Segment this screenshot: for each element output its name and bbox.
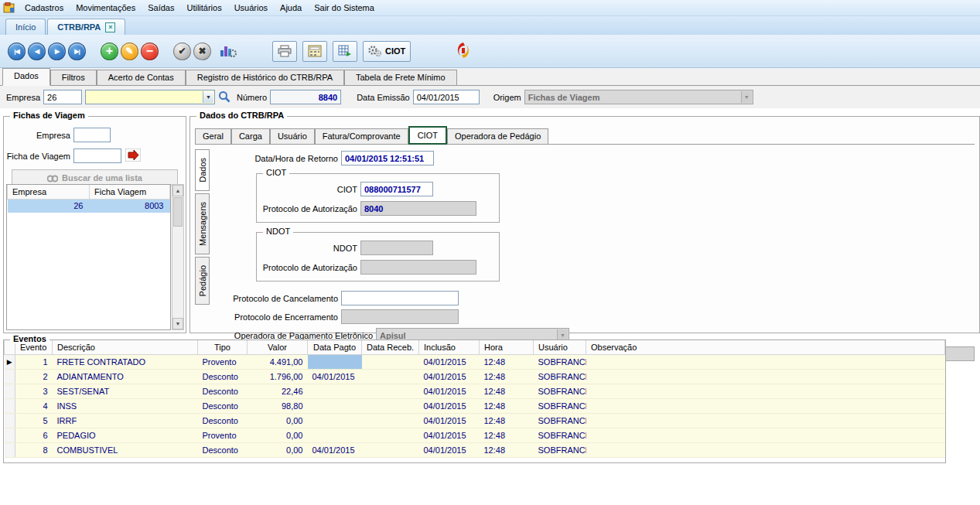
side-tab-pedagio[interactable]: Pedágio (195, 257, 210, 305)
previous-record-button[interactable]: ◀ (28, 43, 46, 60)
cell[interactable] (362, 398, 419, 413)
confirm-button[interactable]: ✔ (173, 43, 191, 60)
cancel-button[interactable]: ✖ (193, 43, 211, 60)
cell[interactable] (586, 384, 945, 398)
tab-usuario[interactable]: Usuário (270, 128, 315, 144)
cell[interactable]: 2 (15, 369, 53, 384)
cell[interactable]: 12:48 (480, 442, 534, 457)
cell[interactable]: Desconto (198, 442, 248, 457)
search-icon[interactable] (218, 90, 230, 104)
cell[interactable]: INSS (53, 398, 198, 413)
tab-acerto-de-contas[interactable]: Acerto de Contas (97, 70, 186, 85)
cell[interactable]: Desconto (198, 384, 248, 398)
print-button[interactable] (272, 41, 297, 62)
cell[interactable]: 04/01/2015 (308, 369, 362, 384)
table-row[interactable]: 4INSSDesconto98,8004/01/201512:48SOBFRAN… (5, 398, 945, 413)
cell[interactable]: Desconto (198, 398, 248, 413)
data-emissao-input[interactable]: 04/01/2015 (413, 90, 480, 104)
numero-input[interactable]: 8840 (270, 90, 341, 104)
column-header-usuario[interactable]: Usuário (534, 340, 586, 354)
cell[interactable] (362, 413, 419, 428)
cell[interactable]: Desconto (198, 369, 248, 384)
cell[interactable]: 8 (15, 442, 53, 457)
cell[interactable] (308, 384, 362, 398)
cell[interactable]: SEST/SENAT (53, 384, 198, 398)
cell[interactable]: 04/01/2015 (419, 369, 480, 384)
table-row[interactable]: 268003 (8, 199, 170, 213)
ciot-protocolo-field[interactable]: 8040 (360, 201, 476, 216)
menu-saidas[interactable]: Saídas (142, 1, 180, 15)
table-row[interactable]: 6PEDAGIOProvento0,0004/01/201512:48SOBFR… (5, 428, 945, 442)
buscar-de-uma-lista-button[interactable]: Buscar de uma lista (12, 169, 178, 186)
cell[interactable]: 22,46 (248, 384, 308, 398)
tab-geral[interactable]: Geral (195, 128, 231, 144)
encerramento-field[interactable] (341, 309, 459, 324)
menu-sair[interactable]: Sair do Sistema (308, 1, 381, 15)
side-tab-mensagens[interactable]: Mensagens (195, 193, 210, 254)
empresa-input[interactable]: 26 (43, 90, 82, 104)
chart-report-icon[interactable] (220, 43, 237, 60)
go-arrow-icon[interactable] (125, 148, 141, 163)
cell[interactable] (362, 354, 419, 369)
cell[interactable]: SOBFRANCIS (534, 354, 586, 369)
column-header-observacao[interactable]: Observação (586, 340, 945, 354)
tab-fatura-comprovante[interactable]: Fatura/Comprovante (315, 128, 408, 144)
cell[interactable]: 8003 (90, 199, 170, 213)
cell[interactable]: 04/01/2015 (419, 354, 480, 369)
cell[interactable]: 12:48 (480, 354, 534, 369)
cell[interactable]: 12:48 (480, 413, 534, 428)
cell[interactable]: COMBUSTIVEL (53, 442, 198, 457)
cell[interactable] (362, 384, 419, 398)
cell[interactable]: 04/01/2015 (419, 384, 480, 398)
cell[interactable]: 0,00 (248, 442, 308, 457)
tab-operadora-pedagio[interactable]: Operadora de Pedágio (447, 128, 548, 144)
table-row[interactable]: 2ADIANTAMENTODesconto1.796,0004/01/20150… (5, 369, 945, 384)
cell[interactable]: 6 (15, 428, 53, 442)
cell[interactable]: 12:48 (480, 384, 534, 398)
column-header-empresa[interactable]: Empresa (8, 185, 90, 199)
cell[interactable]: Desconto (198, 413, 248, 428)
tab-ctrb-rpa[interactable]: CTRB/RPA × (47, 19, 125, 35)
cell[interactable] (308, 413, 362, 428)
menu-utilitarios[interactable]: Utilitários (180, 1, 227, 15)
cell[interactable]: 0,00 (248, 413, 308, 428)
cell[interactable] (308, 398, 362, 413)
menu-movimentacoes[interactable]: Movimentações (70, 1, 142, 15)
cell[interactable]: 1 (15, 354, 53, 369)
column-header-data-pagto[interactable]: Data Pagto (308, 340, 362, 354)
table-row[interactable]: 3SEST/SENATDesconto22,4604/01/201512:48S… (5, 384, 945, 398)
scrollbar-thumb[interactable] (173, 197, 183, 227)
column-header-inclusao[interactable]: Inclusão (419, 340, 480, 354)
tab-inicio[interactable]: Início (5, 19, 46, 35)
chevron-down-icon[interactable]: ▼ (203, 91, 213, 103)
delete-record-button[interactable]: − (141, 43, 159, 60)
menu-ajuda[interactable]: Ajuda (274, 1, 308, 15)
calculator-button[interactable] (302, 41, 327, 62)
cell[interactable] (308, 428, 362, 442)
origem-combo[interactable]: Fichas de Viagem ▼ (524, 90, 753, 104)
fichas-empresa-input[interactable] (73, 128, 111, 142)
column-header-tipo[interactable]: Tipo (198, 340, 248, 354)
menu-cadastros[interactable]: Cadastros (19, 1, 70, 15)
cell[interactable]: 04/01/2015 (419, 428, 480, 442)
cell[interactable]: SOBFRANCIS (534, 369, 586, 384)
tab-registro-historico[interactable]: Registro de Histórico do CTRB/RPA (186, 70, 344, 85)
cell[interactable]: 26 (8, 199, 90, 213)
ciot-field[interactable]: 088000711577 (360, 182, 433, 196)
menu-usuarios[interactable]: Usuários (228, 1, 274, 15)
cell[interactable]: 98,80 (248, 398, 308, 413)
cell[interactable]: SOBFRANCIS (534, 384, 586, 398)
empresa-combo[interactable]: ▼ (85, 90, 215, 104)
export-grid-button[interactable] (333, 41, 357, 62)
scroll-up-icon[interactable]: ▲ (172, 185, 183, 196)
cell[interactable] (362, 428, 419, 442)
last-record-button[interactable]: ▶| (68, 43, 86, 60)
table-row[interactable]: 8COMBUSTIVELDesconto0,0004/01/201504/01/… (5, 442, 945, 457)
cell[interactable]: PEDAGIO (53, 428, 198, 442)
cell[interactable] (586, 413, 945, 428)
cell[interactable] (308, 354, 362, 369)
cell[interactable]: 12:48 (480, 369, 534, 384)
cell[interactable]: FRETE CONTRATADO (53, 354, 198, 369)
cell[interactable]: Provento (198, 428, 248, 442)
cell[interactable] (362, 369, 419, 384)
